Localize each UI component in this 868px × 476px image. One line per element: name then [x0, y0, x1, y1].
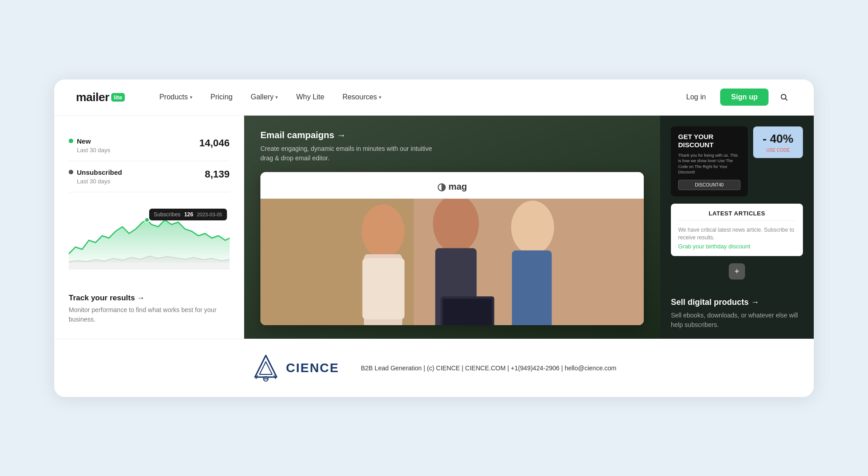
footer-info: B2B Lead Generation | (c) CIENCE | CIENC… — [361, 364, 616, 372]
footer: CIENCE B2B Lead Generation | (c) CIENCE … — [54, 339, 814, 397]
logo-badge: lite — [111, 93, 125, 102]
unsub-stat-label: Unsubscribed Last 30 days — [69, 168, 122, 185]
new-stat-row: New Last 30 days 14,046 — [69, 130, 230, 161]
preview-header: ◑ mag — [260, 172, 644, 199]
svg-line-1 — [785, 98, 787, 100]
nav-actions: Log in Sign up — [679, 89, 792, 106]
discount-code-sub: USE CODE — [760, 148, 796, 153]
nav-resources[interactable]: Resources ▾ — [335, 89, 388, 105]
new-stat-label: New Last 30 days — [69, 137, 110, 154]
unsub-stat-value: 8,139 — [205, 168, 230, 180]
new-sub-label: Last 30 days — [77, 147, 110, 154]
svg-point-2 — [145, 218, 149, 222]
track-section: Track your results → Monitor performance… — [69, 288, 230, 324]
unsub-stat-title: Unsubscribed — [69, 168, 122, 176]
svg-marker-17 — [255, 355, 277, 377]
nav-why-lite[interactable]: Why Lite — [289, 89, 331, 105]
campaigns-title[interactable]: Email campaigns → — [260, 130, 644, 140]
track-title[interactable]: Track your results → — [69, 294, 230, 303]
sell-title[interactable]: Sell digital products → — [671, 298, 803, 307]
new-stat-title: New — [69, 137, 110, 145]
articles-title: LATEST ARTICLES — [678, 210, 796, 221]
discount-sub-text: Thank you for being with us. This is how… — [678, 153, 741, 175]
campaigns-desc: Create engaging, dynamic emails in minut… — [260, 144, 441, 163]
svg-rect-9 — [363, 258, 405, 319]
track-desc: Monitor performance to find what works b… — [69, 305, 230, 324]
logo[interactable]: mailer lite — [76, 90, 125, 104]
discount-blue-card: - 40% USE CODE — [753, 126, 803, 158]
nav-gallery[interactable]: Gallery ▾ — [243, 89, 285, 105]
svg-rect-15 — [443, 299, 492, 325]
campaigns-header: Email campaigns → Create engaging, dynam… — [244, 116, 660, 172]
chevron-down-icon-resources: ▾ — [379, 94, 382, 100]
chart-tooltip: Subscribes 126 2023-03-05 — [149, 209, 227, 220]
svg-point-7 — [362, 204, 405, 258]
discount-black-card: GET YOUR DISCOUNT Thank you for being wi… — [671, 126, 748, 196]
login-button[interactable]: Log in — [679, 89, 713, 105]
nav-links: Products ▾ Pricing Gallery ▾ Why Lite Re… — [152, 89, 679, 105]
unsub-sub-label: Last 30 days — [77, 178, 122, 185]
unsub-dot-icon — [69, 170, 73, 174]
discount-title: GET YOUR DISCOUNT — [678, 133, 741, 149]
discount-code: DISCOUNT40 — [678, 180, 741, 190]
svg-point-12 — [511, 201, 554, 254]
cience-logo-icon — [251, 354, 280, 383]
mag-logo: ◑ mag — [437, 181, 467, 193]
nav-pricing[interactable]: Pricing — [203, 89, 240, 105]
new-dot-icon — [69, 139, 73, 143]
new-stat-value: 14,046 — [199, 137, 230, 149]
moon-icon: ◑ — [437, 181, 446, 193]
discount-card-area: GET YOUR DISCOUNT Thank you for being wi… — [660, 116, 814, 204]
article-item-1: We have critical latest news article. Su… — [678, 224, 796, 243]
add-block-button[interactable]: + — [729, 263, 745, 280]
article-item-highlight[interactable]: Grab your birthday discount — [678, 243, 796, 250]
sell-desc: Sell ebooks, downloads, or whatever else… — [671, 311, 803, 330]
logo-text: mailer — [76, 90, 109, 104]
nav-products[interactable]: Products ▾ — [152, 89, 199, 105]
left-panel: New Last 30 days 14,046 Unsubscribed Las… — [54, 116, 244, 339]
right-panel: GET YOUR DISCOUNT Thank you for being wi… — [660, 116, 814, 339]
signup-button[interactable]: Sign up — [720, 89, 769, 106]
subscribers-chart: Subscribes 126 2023-03-05 — [69, 200, 230, 281]
preview-image — [260, 199, 644, 325]
search-icon[interactable] — [776, 89, 792, 105]
svg-point-0 — [781, 94, 786, 99]
footer-logo: CIENCE — [251, 354, 339, 383]
sell-section: Sell digital products → Sell ebooks, dow… — [660, 289, 814, 339]
cience-name: CIENCE — [286, 361, 339, 375]
middle-panel: Email campaigns → Create engaging, dynam… — [244, 116, 660, 339]
chevron-down-icon-gallery: ▾ — [275, 94, 278, 100]
chevron-down-icon: ▾ — [190, 94, 193, 100]
email-preview-card: ◑ mag — [260, 172, 644, 325]
discount-percent: - 40% — [760, 132, 796, 146]
main-window: mailer lite Products ▾ Pricing Gallery ▾… — [54, 79, 814, 397]
unsub-stat-row: Unsubscribed Last 30 days 8,139 — [69, 161, 230, 192]
latest-articles-card: LATEST ARTICLES We have critical latest … — [671, 204, 803, 257]
navbar: mailer lite Products ▾ Pricing Gallery ▾… — [54, 79, 814, 116]
svg-rect-13 — [512, 250, 552, 325]
main-content: New Last 30 days 14,046 Unsubscribed Las… — [54, 116, 814, 339]
